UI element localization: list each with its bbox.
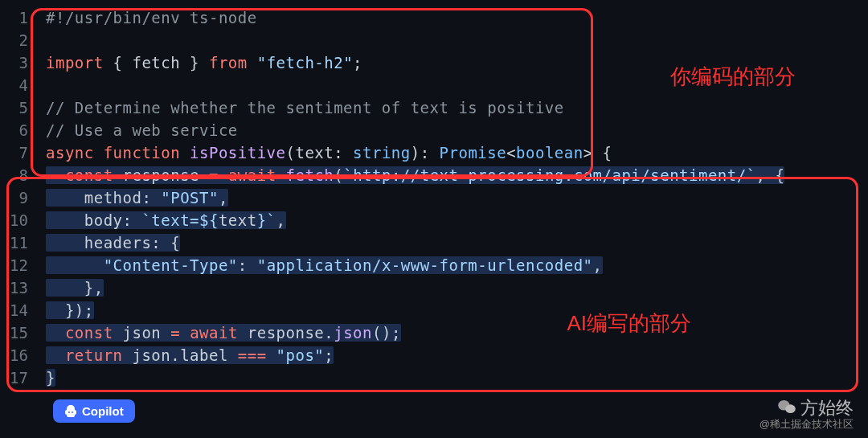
code-line[interactable]: 5// Determine whether the sentiment of t… — [0, 96, 868, 119]
watermark: 方始终 @稀土掘金技术社区 — [760, 396, 854, 432]
code-line[interactable]: 8 const response = await fetch(`http://t… — [0, 164, 868, 186]
line-number: 11 — [0, 234, 36, 252]
wechat-icon — [778, 399, 796, 418]
line-number: 5 — [0, 99, 36, 117]
watermark-name: 方始终 — [800, 396, 854, 420]
code-line[interactable]: 9 method: "POST", — [0, 186, 868, 209]
line-number: 2 — [0, 31, 36, 49]
line-number: 9 — [0, 189, 36, 207]
copilot-button[interactable]: Copilot — [53, 399, 135, 423]
copilot-icon — [64, 405, 77, 418]
code-content[interactable]: headers: { — [36, 234, 180, 252]
code-line[interactable]: 4 — [0, 74, 868, 96]
line-number: 16 — [0, 346, 36, 364]
svg-point-1 — [785, 404, 796, 413]
code-content[interactable]: } — [36, 369, 55, 387]
line-number: 15 — [0, 324, 36, 342]
code-line[interactable]: 16 return json.label === "pos"; — [0, 344, 868, 366]
code-content[interactable]: method: "POST", — [36, 189, 228, 207]
code-content[interactable]: #!/usr/bin/env ts-node — [36, 9, 257, 27]
code-line[interactable]: 1#!/usr/bin/env ts-node — [0, 6, 868, 29]
line-number: 1 — [0, 9, 36, 27]
code-content[interactable]: }, — [36, 279, 104, 297]
code-content[interactable]: async function isPositive(text: string):… — [36, 144, 612, 162]
code-line[interactable]: 13 }, — [0, 276, 868, 299]
code-line[interactable]: 11 headers: { — [0, 231, 868, 254]
code-content[interactable]: const response = await fetch(`http://tex… — [36, 166, 784, 184]
code-line[interactable]: 7async function isPositive(text: string)… — [0, 141, 868, 164]
line-number: 10 — [0, 211, 36, 229]
code-line[interactable]: 12 "Content-Type": "application/x-www-fo… — [0, 254, 868, 276]
line-number: 3 — [0, 54, 36, 72]
code-content[interactable]: import { fetch } from "fetch-h2"; — [36, 54, 362, 72]
code-content[interactable]: const json = await response.json(); — [36, 324, 401, 342]
line-number: 12 — [0, 256, 36, 274]
code-line[interactable]: 10 body: `text=${text}`, — [0, 209, 868, 231]
line-number: 6 — [0, 121, 36, 139]
code-line[interactable]: 17} — [0, 366, 868, 389]
line-number: 7 — [0, 144, 36, 162]
code-content[interactable]: "Content-Type": "application/x-www-form-… — [36, 256, 603, 274]
code-content[interactable]: return json.label === "pos"; — [36, 346, 334, 364]
code-line[interactable]: 14 }); — [0, 299, 868, 321]
line-number: 14 — [0, 301, 36, 319]
line-number: 4 — [0, 76, 36, 94]
code-content[interactable]: // Use a web service — [36, 121, 238, 139]
code-content[interactable]: // Determine whether the sentiment of te… — [36, 99, 564, 117]
code-editor[interactable]: 1#!/usr/bin/env ts-node23import { fetch … — [0, 0, 868, 389]
line-number: 17 — [0, 369, 36, 387]
code-line[interactable]: 2 — [0, 29, 868, 51]
code-content[interactable]: body: `text=${text}`, — [36, 211, 286, 229]
line-number: 8 — [0, 166, 36, 184]
code-line[interactable]: 15 const json = await response.json(); — [0, 321, 868, 344]
code-content[interactable]: }); — [36, 301, 94, 319]
code-line[interactable]: 3import { fetch } from "fetch-h2"; — [0, 51, 868, 74]
code-line[interactable]: 6// Use a web service — [0, 119, 868, 141]
line-number: 13 — [0, 279, 36, 297]
copilot-label: Copilot — [82, 404, 124, 418]
